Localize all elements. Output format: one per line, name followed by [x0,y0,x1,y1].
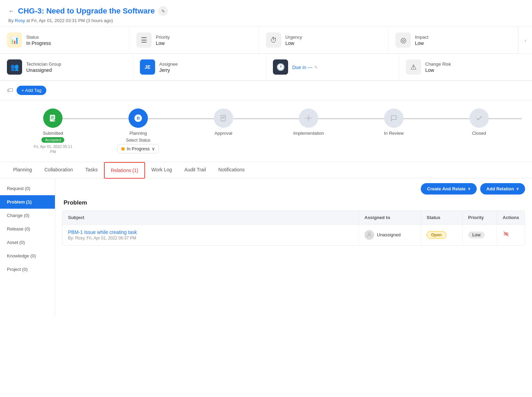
dropdown-dot [121,147,125,151]
step-select-label: Select Status [126,138,151,143]
step-label-implementation: Implementation [293,131,324,136]
status-icon: 📊 [7,32,22,48]
field-due-date[interactable]: 🕐 Due in --- ✎ [266,54,399,81]
fields-more-button[interactable]: › [518,27,532,54]
sidebar-item-request[interactable]: Request (0) [0,182,55,195]
assignee-value: Jerry [159,67,178,73]
field-urgency[interactable]: ⏱ Urgency Low [259,27,389,54]
tags-row: 🏷 + Add Tag [0,81,532,100]
dropdown-value: In Progress [127,146,150,151]
tab-notifications[interactable]: Notifications [212,162,251,178]
change-risk-label: Change Risk [425,62,451,67]
change-risk-icon: ⚠ [406,59,421,75]
add-relation-button[interactable]: Add Relation ∨ [480,183,525,195]
tab-collaboration[interactable]: Collaboration [38,162,79,178]
step-badge-submitted: Accepted [41,137,64,143]
tabs-bar: Planning Collaboration Tasks Relations (… [0,162,532,178]
step-label-inreview: In Review [384,131,403,136]
meta-separator: at [26,18,30,23]
technician-group-value: Unassigned [26,67,61,73]
svg-point-6 [368,233,370,235]
step-circle-closed [469,108,489,128]
create-relate-chevron-icon: ∨ [468,187,471,191]
sidebar-item-project[interactable]: Project (0) [0,263,55,276]
add-relation-label: Add Relation [486,186,514,191]
step-inreview[interactable]: In Review [351,108,437,136]
edit-title-button[interactable]: ✎ [158,6,168,16]
assignee-name: Unassigned [377,232,401,237]
ticket-meta: By Rosy at Fri, Apr 01, 2022 03:31 PM (3… [8,18,524,23]
step-dropdown-planning[interactable]: In Progress ∨ [117,144,159,153]
field-assignee[interactable]: JE Assignee Jerry [133,54,266,81]
td-actions [497,225,525,245]
assignee-label: Assignee [159,62,178,67]
problem-section-title: Problem [62,199,525,206]
urgency-value: Low [285,40,302,46]
priority-badge: Low [468,231,485,238]
tab-relations[interactable]: Relations (1) [104,162,145,179]
col-status: Status [421,211,463,224]
step-label-closed: Closed [472,131,486,136]
technician-group-icon: 👥 [7,59,22,75]
stepper: Submitted Accepted Fri, Apr 01, 2022 05:… [10,108,522,155]
fields-section: 📊 Status In Progress ☰ Priority Low ⏱ Ur… [0,27,532,81]
svg-point-5 [308,117,310,119]
due-date-edit-icon[interactable]: ✎ [314,65,318,70]
field-change-risk[interactable]: ⚠ Change Risk Low [399,54,532,81]
action-bar: Create And Relate ∨ Add Relation ∨ [55,178,532,199]
main-content: Create And Relate ∨ Add Relation ∨ Probl… [55,178,532,316]
sidebar-item-change[interactable]: Change (0) [0,209,55,222]
sidebar-item-asset[interactable]: Asset (0) [0,236,55,249]
tab-audittrail[interactable]: Audit Trail [178,162,212,178]
ticket-title: CHG-3: Need to Upgrade the Software [18,7,155,16]
svg-line-7 [504,232,508,236]
tag-icon: 🏷 [7,87,13,94]
tab-planning[interactable]: Planning [7,162,38,178]
field-status[interactable]: 📊 Status In Progress [0,27,130,54]
add-tag-button[interactable]: + Add Tag [17,86,46,95]
change-risk-value: Low [425,67,451,73]
step-closed[interactable]: Closed [436,108,522,136]
sidebar-item-knowledge[interactable]: Knowledge (0) [0,249,55,263]
step-implementation[interactable]: Implementation [266,108,351,136]
back-button[interactable]: ← [8,8,15,15]
impact-label: Impact [415,35,428,40]
status-value: In Progress [26,40,51,46]
relations-sidebar: Request (0) Problem (1) Change (0) Relea… [0,178,55,316]
step-circle-implementation [299,108,318,128]
col-assigned-to: Assigned to [359,211,421,224]
meta-prefix: By [8,18,13,23]
td-status: Open [421,225,463,245]
table-row: PBM-1 Issue while creating task By: Rosy… [63,225,525,245]
due-date-value: Due in --- ✎ [292,65,318,70]
assignee-avatar [364,230,374,240]
meta-author[interactable]: Rosy [15,18,25,23]
problem-link[interactable]: PBM-1 Issue while creating task [68,229,137,235]
tab-tasks[interactable]: Tasks [79,162,104,178]
step-label-submitted: Submitted [43,131,63,136]
unlink-button[interactable] [503,230,510,239]
step-submitted[interactable]: Submitted Accepted Fri, Apr 01, 2022 05:… [10,108,96,155]
col-actions: Actions [497,211,525,224]
step-label-planning: Planning [130,131,147,136]
step-approval[interactable]: Approval [181,108,266,136]
create-and-relate-button[interactable]: Create And Relate ∨ [421,183,477,195]
field-technician-group[interactable]: 👥 Technician Group Unassigned [0,54,133,81]
status-label: Status [26,35,51,40]
sidebar-item-release[interactable]: Release (0) [0,222,55,236]
sidebar-item-problem[interactable]: Problem (1) [0,195,55,209]
status-badge: Open [427,231,446,239]
priority-label: Priority [156,35,170,40]
problem-meta: By: Rosy, Fri, Apr 01, 2022 06:37 PM [68,236,136,240]
step-circle-approval [214,108,233,128]
step-planning[interactable]: Planning Select Status In Progress ∨ [96,108,181,153]
field-impact[interactable]: ◎ Impact Low [389,27,518,54]
tab-worklog[interactable]: Work Log [145,162,178,178]
field-priority[interactable]: ☰ Priority Low [130,27,259,54]
td-assigned-to: Unassigned [359,225,421,245]
fields-row-2: 👥 Technician Group Unassigned JE Assigne… [0,54,532,81]
page-header: ← CHG-3: Need to Upgrade the Software ✎ … [0,0,532,27]
due-date-icon: 🕐 [273,59,288,75]
problem-table: Subject Assigned to Status Priority Acti… [62,210,525,246]
urgency-label: Urgency [285,35,302,40]
